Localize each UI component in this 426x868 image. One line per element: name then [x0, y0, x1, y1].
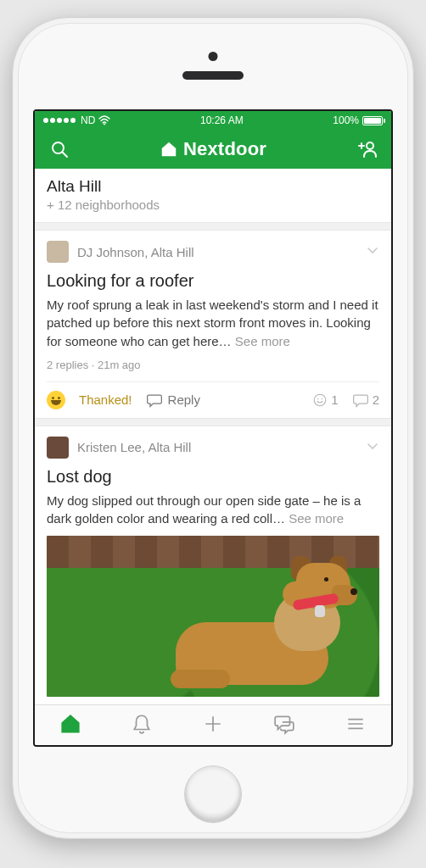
chevron-down-icon: [366, 243, 379, 257]
status-right: 100%: [333, 114, 383, 126]
search-button[interactable]: [47, 136, 72, 162]
post-title: Lost dog: [47, 467, 379, 487]
home-icon: [59, 713, 81, 735]
tab-more[interactable]: [345, 713, 367, 738]
speech-bubble-icon: [352, 392, 369, 409]
dog-illustration: [167, 563, 362, 690]
bell-icon: [131, 713, 153, 735]
post-menu-button[interactable]: [366, 243, 379, 260]
app-brand: Nextdoor: [160, 138, 266, 160]
signal-dots-icon: [43, 118, 76, 123]
app-name: Nextdoor: [183, 138, 266, 160]
neighborhood-selector[interactable]: Alta Hill + 12 neighborhoods: [35, 169, 391, 223]
post-body: My roof sprung a leak in last weekend's …: [47, 296, 379, 350]
screen: ND 10:26 AM 100% Nextdoor: [33, 109, 393, 747]
reply-label: Reply: [168, 392, 200, 407]
phone-camera: [209, 52, 218, 61]
feed[interactable]: DJ Johnson, Alta Hill Looking for a roof…: [35, 223, 391, 704]
reply-button[interactable]: Reply: [146, 392, 200, 409]
speech-bubble-icon: [146, 392, 163, 409]
home-button[interactable]: [184, 765, 242, 823]
house-icon: [160, 140, 178, 159]
post-author[interactable]: DJ Johnson, Alta Hill: [77, 245, 357, 259]
chat-icon: [273, 713, 295, 735]
tab-home[interactable]: [59, 713, 81, 738]
battery-icon: [362, 116, 383, 125]
post-menu-button[interactable]: [366, 439, 379, 456]
avatar[interactable]: [47, 241, 69, 263]
wifi-icon: [98, 115, 110, 125]
svg-point-8: [322, 398, 323, 400]
post-title: Looking for a roofer: [47, 271, 379, 291]
post-author[interactable]: Kristen Lee, Alta Hill: [77, 440, 357, 454]
phone-speaker: [182, 71, 244, 80]
add-person-icon: [356, 139, 377, 159]
see-more-link[interactable]: See more: [289, 511, 344, 526]
battery-percent: 100%: [333, 114, 359, 126]
post-body: My dog slipped out through our open side…: [47, 492, 379, 528]
add-neighbor-button[interactable]: [354, 136, 379, 162]
thank-button[interactable]: Thanked!: [79, 392, 132, 407]
smile-icon: [47, 391, 65, 409]
plus-icon: [202, 713, 224, 735]
svg-point-0: [104, 124, 105, 125]
status-bar: ND 10:26 AM 100%: [35, 111, 391, 130]
tab-notifications[interactable]: [131, 713, 153, 738]
post-actions: Thanked! Reply 1 2: [47, 381, 379, 409]
phone-frame: ND 10:26 AM 100% Nextdoor: [12, 17, 414, 839]
post-card[interactable]: DJ Johnson, Alta Hill Looking for a roof…: [35, 230, 391, 419]
post-meta: 2 replies · 21m ago: [47, 359, 379, 371]
carrier-label: ND: [81, 114, 95, 126]
avatar[interactable]: [47, 437, 69, 459]
hamburger-icon: [345, 713, 367, 735]
smile-outline-icon: [312, 392, 328, 408]
neighborhood-name: Alta Hill: [47, 177, 379, 196]
tab-messages[interactable]: [273, 713, 295, 738]
post-image[interactable]: [47, 536, 379, 697]
svg-point-7: [317, 398, 319, 400]
chevron-down-icon: [366, 439, 379, 453]
reaction-count[interactable]: 1: [312, 392, 338, 408]
tab-compose[interactable]: [202, 713, 224, 738]
svg-point-5: [367, 142, 373, 149]
tab-bar: [35, 704, 391, 745]
app-header: Nextdoor: [35, 130, 391, 169]
search-icon: [49, 139, 70, 159]
comment-count[interactable]: 2: [352, 392, 379, 409]
post-card[interactable]: Kristen Lee, Alta Hill Lost dog My dog s…: [35, 426, 391, 704]
svg-line-2: [63, 153, 68, 158]
clock: 10:26 AM: [110, 114, 333, 126]
see-more-link[interactable]: See more: [235, 334, 290, 348]
svg-point-6: [315, 394, 327, 406]
neighborhood-subtext: + 12 neighborhoods: [47, 198, 379, 212]
